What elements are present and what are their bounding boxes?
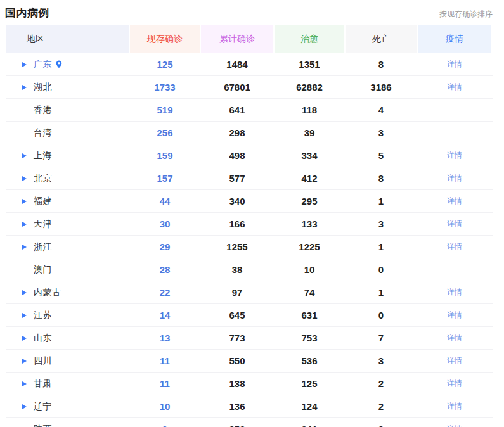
table-row[interactable]: 浙江 29 1255 1225 1 详情 xyxy=(6,236,493,258)
region-cell[interactable]: 福建 xyxy=(6,196,129,207)
region-cell[interactable]: 陕西 xyxy=(6,424,129,427)
region-cell[interactable]: 广东 xyxy=(6,59,129,70)
expand-arrow-icon[interactable] xyxy=(22,245,27,250)
table-row[interactable]: 山东 13 773 753 7 详情 xyxy=(6,327,493,350)
cured-value: 631 xyxy=(275,310,344,321)
current-confirmed-value: 1733 xyxy=(130,82,200,92)
region-cell[interactable]: 香港 xyxy=(6,105,129,116)
table-row[interactable]: 甘肃 11 138 125 2 详情 xyxy=(6,373,493,395)
current-confirmed-value: 14 xyxy=(130,310,200,321)
detail-link[interactable]: 详情 xyxy=(447,378,462,389)
deaths-value: 8 xyxy=(346,173,417,184)
region-cell[interactable]: 内蒙古 xyxy=(6,287,129,298)
region-name: 甘肃 xyxy=(34,378,52,390)
deaths-value: 2 xyxy=(346,401,417,412)
region-cell[interactable]: 湖北 xyxy=(6,82,129,93)
detail-cell: 详情 xyxy=(418,241,491,252)
expand-arrow-icon[interactable] xyxy=(22,313,27,318)
region-cell[interactable]: 江苏 xyxy=(6,310,129,321)
deaths-value: 3 xyxy=(346,219,417,229)
detail-link[interactable]: 详情 xyxy=(447,59,462,70)
table-row[interactable]: 广东 125 1484 1351 8 详情 xyxy=(6,53,493,76)
cumulative-confirmed-value: 498 xyxy=(201,150,273,161)
cured-value: 334 xyxy=(275,150,344,161)
region-name: 澳门 xyxy=(34,264,52,276)
table-row[interactable]: 湖北 1733 67801 62882 3186 详情 xyxy=(6,76,493,99)
expand-arrow-icon[interactable] xyxy=(22,153,27,158)
region-cell[interactable]: 澳门 xyxy=(6,264,129,276)
table-row[interactable]: 北京 157 577 412 8 详情 xyxy=(6,167,493,190)
expand-arrow-icon[interactable] xyxy=(22,336,27,341)
region-name: 广东 xyxy=(34,59,52,70)
table-row[interactable]: 辽宁 10 136 124 2 详情 xyxy=(6,395,493,418)
detail-link[interactable]: 详情 xyxy=(447,333,462,343)
region-cell[interactable]: 山东 xyxy=(6,333,129,344)
expand-arrow-icon[interactable] xyxy=(22,381,27,386)
detail-link[interactable]: 详情 xyxy=(447,424,462,427)
region-cell[interactable]: 四川 xyxy=(6,355,129,367)
region-cell[interactable]: 台湾 xyxy=(6,127,129,139)
cumulative-confirmed-value: 38 xyxy=(201,264,273,275)
detail-link[interactable]: 详情 xyxy=(447,173,462,184)
column-header-deaths[interactable]: 死亡 xyxy=(346,25,417,53)
detail-cell: 详情 xyxy=(418,401,491,412)
table-row[interactable]: 上海 159 498 334 5 详情 xyxy=(6,144,493,167)
detail-link[interactable]: 详情 xyxy=(447,287,462,298)
detail-link[interactable]: 详情 xyxy=(447,219,462,229)
expand-arrow-icon[interactable] xyxy=(22,404,27,409)
cured-value: 1225 xyxy=(275,241,344,252)
region-name: 上海 xyxy=(34,150,52,162)
page-title: 国内病例 xyxy=(5,7,49,19)
region-cell[interactable]: 甘肃 xyxy=(6,378,129,390)
current-confirmed-value: 519 xyxy=(130,105,200,115)
detail-link[interactable]: 详情 xyxy=(447,150,462,161)
detail-link[interactable]: 详情 xyxy=(447,196,462,207)
table-row[interactable]: 江苏 14 645 631 0 详情 xyxy=(6,304,493,327)
current-confirmed-value: 125 xyxy=(130,59,200,70)
expand-arrow-icon[interactable] xyxy=(22,62,27,67)
column-header-cumulative[interactable]: 累计确诊 xyxy=(201,25,273,53)
region-cell[interactable]: 北京 xyxy=(6,173,129,184)
cured-value: 536 xyxy=(275,355,344,366)
table-row[interactable]: 陕西 9 253 241 3 详情 xyxy=(6,418,493,427)
cured-value: 39 xyxy=(275,127,344,138)
region-cell[interactable]: 辽宁 xyxy=(6,401,129,412)
expand-arrow-icon[interactable] xyxy=(22,176,27,181)
region-cell[interactable]: 上海 xyxy=(6,150,129,162)
table-header: 地区 现存确诊 累计确诊 治愈 死亡 疫情 xyxy=(6,25,493,53)
column-header-cured[interactable]: 治愈 xyxy=(275,25,344,53)
expand-arrow-icon[interactable] xyxy=(22,290,27,295)
deaths-value: 2 xyxy=(346,378,417,389)
expand-arrow-icon[interactable] xyxy=(22,359,27,364)
detail-link[interactable]: 详情 xyxy=(447,241,462,252)
cured-value: 295 xyxy=(275,196,344,207)
detail-link[interactable]: 详情 xyxy=(447,355,462,366)
expand-arrow-icon[interactable] xyxy=(22,222,27,227)
detail-cell: 详情 xyxy=(418,59,491,70)
region-name: 四川 xyxy=(34,355,52,367)
table-row[interactable]: 福建 44 340 295 1 详情 xyxy=(6,190,493,213)
region-cell[interactable]: 浙江 xyxy=(6,241,129,253)
detail-link[interactable]: 详情 xyxy=(447,310,462,321)
region-cell[interactable]: 天津 xyxy=(6,219,129,230)
expand-arrow-icon[interactable] xyxy=(22,85,27,90)
cumulative-confirmed-value: 577 xyxy=(201,173,273,184)
detail-cell: 详情 xyxy=(418,219,491,229)
table-row[interactable]: 四川 11 550 536 3 详情 xyxy=(6,350,493,373)
cured-value: 62882 xyxy=(275,82,344,92)
detail-cell: 详情 xyxy=(418,287,491,298)
detail-cell: 详情 xyxy=(418,196,491,207)
cured-value: 125 xyxy=(275,378,344,389)
cumulative-confirmed-value: 773 xyxy=(201,333,273,343)
expand-arrow-icon[interactable] xyxy=(22,199,27,204)
column-header-current[interactable]: 现存确诊 xyxy=(130,25,200,53)
current-confirmed-value: 22 xyxy=(130,287,200,298)
detail-link[interactable]: 详情 xyxy=(447,401,462,412)
table-row[interactable]: 台湾 256 298 39 3 xyxy=(6,122,493,144)
table-row[interactable]: 天津 30 166 133 3 详情 xyxy=(6,213,493,236)
cured-value: 74 xyxy=(275,287,344,298)
detail-link[interactable]: 详情 xyxy=(447,82,462,92)
table-row[interactable]: 内蒙古 22 97 74 1 详情 xyxy=(6,281,493,304)
table-row[interactable]: 澳门 28 38 10 0 xyxy=(6,258,493,281)
table-row[interactable]: 香港 519 641 118 4 xyxy=(6,99,493,122)
